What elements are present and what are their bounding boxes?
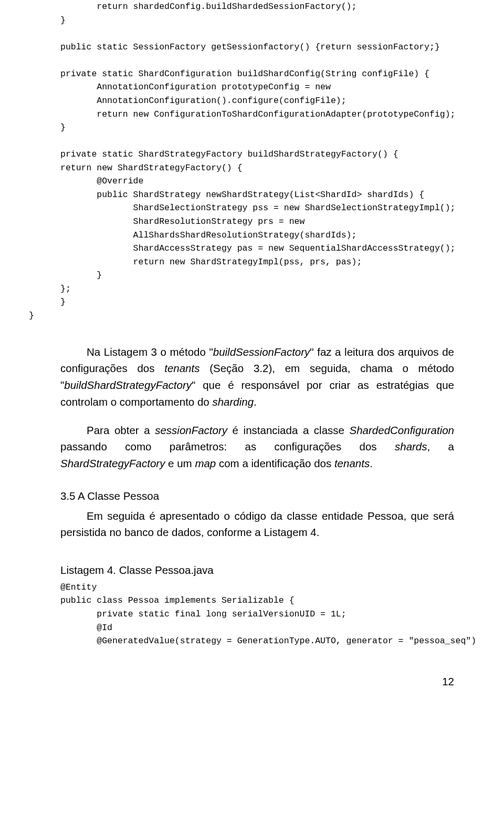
prose-block-2: Em seguida é apresentado o código da cla… bbox=[60, 508, 454, 541]
italic-text: ShardedConfiguration bbox=[350, 424, 454, 436]
text: é instanciada a classe bbox=[227, 424, 350, 436]
code-line: } bbox=[60, 270, 102, 280]
code-line: } bbox=[29, 311, 34, 321]
code-line: @GeneratedValue(strategy = GenerationTyp… bbox=[60, 636, 476, 646]
code-line: } bbox=[60, 297, 66, 307]
code-line: return shardedConfig.buildShardedSession… bbox=[60, 2, 356, 12]
italic-text: buildSessionFactory bbox=[213, 346, 310, 358]
code-line: AnnotationConfiguration().configure(conf… bbox=[60, 96, 346, 106]
italic-text: shards bbox=[395, 440, 427, 452]
code-line: AnnotationConfiguration prototypeConfig … bbox=[60, 82, 331, 92]
paragraph-3: Em seguida é apresentado o código da cla… bbox=[60, 508, 454, 541]
italic-text: tenants bbox=[164, 362, 200, 374]
code-line: @Entity bbox=[60, 582, 97, 592]
paragraph-2: Para obter a sessionFactory é instanciad… bbox=[60, 422, 454, 472]
code-listing-3-continuation: return shardedConfig.buildShardedSession… bbox=[60, 0, 454, 323]
italic-text: sharding bbox=[212, 396, 254, 408]
code-line: @Id bbox=[60, 623, 112, 633]
section-heading: 3.5 A Classe Pessoa bbox=[60, 488, 454, 504]
italic-text: buildShardStrategyFactory bbox=[64, 379, 192, 391]
code-line: public class Pessoa implements Serializa… bbox=[60, 595, 295, 605]
text: Para obter a bbox=[87, 424, 155, 436]
code-line: } bbox=[60, 15, 66, 25]
code-line: }; bbox=[60, 284, 71, 294]
code-line: return new ConfigurationToShardConfigura… bbox=[60, 109, 456, 119]
italic-text: tenants bbox=[334, 457, 370, 469]
italic-text: ShardStrategyFactory bbox=[60, 457, 165, 469]
code-line: private static ShardStrategyFactory buil… bbox=[60, 149, 398, 159]
code-line: return new ShardStrategyFactory() { bbox=[60, 163, 243, 173]
code-line: @Override bbox=[60, 176, 143, 186]
prose-block: Na Listagem 3 o método "buildSessionFact… bbox=[60, 344, 454, 472]
text: . bbox=[370, 457, 373, 469]
text: , a bbox=[427, 440, 454, 452]
page-number: 12 bbox=[60, 673, 454, 690]
italic-text: sessionFactory bbox=[155, 424, 227, 436]
italic-text: map bbox=[195, 457, 216, 469]
text: . bbox=[254, 396, 257, 408]
code-line: AllShardsShardResolutionStrategy(shardId… bbox=[60, 230, 356, 240]
code-line: } bbox=[60, 122, 66, 132]
text: passando como parâmetros: as configuraçõ… bbox=[60, 440, 395, 452]
text: e um bbox=[165, 457, 195, 469]
text: Na Listagem 3 o método " bbox=[87, 346, 213, 358]
code-line: public static SessionFactory getSessionf… bbox=[60, 42, 440, 52]
code-listing-4: @Entity public class Pessoa implements S… bbox=[60, 581, 454, 648]
code-line: private static ShardConfiguration buildS… bbox=[60, 69, 429, 79]
code-line: return new ShardStrategyImpl(pss, prs, p… bbox=[60, 257, 362, 267]
code-line: ShardSelectionStrategy pss = new ShardSe… bbox=[60, 203, 456, 213]
code-line: private static final long serialVersionU… bbox=[60, 609, 346, 619]
paragraph-1: Na Listagem 3 o método "buildSessionFact… bbox=[60, 344, 454, 410]
code-line: ShardResolutionStrategy prs = new bbox=[60, 217, 304, 226]
code-line: public ShardStrategy newShardStrategy(Li… bbox=[60, 190, 424, 200]
listing-4-title: Listagem 4. Classe Pessoa.java bbox=[60, 562, 454, 579]
code-line: ShardAccessStrategy pas = new Sequential… bbox=[60, 243, 456, 253]
text: com a identificação dos bbox=[216, 457, 334, 469]
